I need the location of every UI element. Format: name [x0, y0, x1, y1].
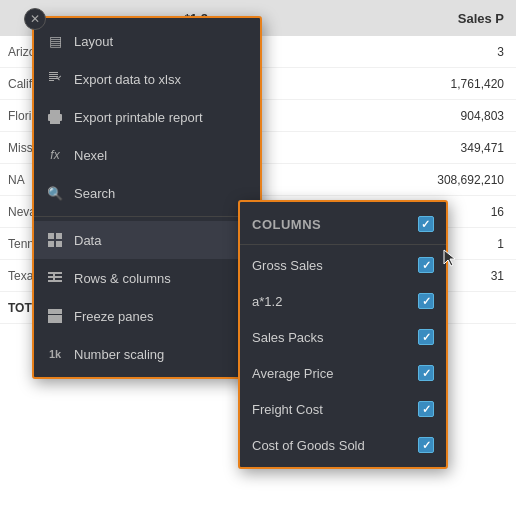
- svg-rect-6: [58, 76, 62, 80]
- menu-item-number[interactable]: 1k Number scaling ▶: [34, 335, 260, 373]
- freight-cost-checkbox[interactable]: [418, 401, 434, 417]
- gross-sales-label: Gross Sales: [252, 258, 410, 273]
- menu-item-export-print[interactable]: Export printable report: [34, 98, 260, 136]
- svg-rect-14: [56, 241, 62, 247]
- cost-goods-checkbox[interactable]: [418, 437, 434, 453]
- menu-item-data[interactable]: Data ▶: [34, 221, 260, 259]
- gross-sales-checkbox[interactable]: [418, 257, 434, 273]
- menu-label-rows-cols: Rows & columns: [74, 271, 230, 286]
- table-col-right: Sales P: [220, 11, 516, 26]
- menu-label-nexel: Nexel: [74, 148, 248, 163]
- svg-rect-18: [53, 272, 55, 282]
- average-price-checkbox[interactable]: [418, 365, 434, 381]
- svg-rect-10: [50, 115, 52, 117]
- data-icon: [46, 231, 64, 249]
- context-menu-secondary: COLUMNS Gross Sales a*1.2 Sales Packs Av…: [238, 200, 448, 469]
- svg-rect-4: [49, 80, 54, 81]
- submenu-item-a12[interactable]: a*1.2: [240, 283, 446, 319]
- submenu-item-average-price[interactable]: Average Price: [240, 355, 446, 391]
- svg-rect-12: [56, 233, 62, 239]
- cost-goods-label: Cost of Goods Sold: [252, 438, 410, 453]
- menu-label-export-xlsx: Export data to xlsx: [74, 72, 248, 87]
- submenu-item-freight-cost[interactable]: Freight Cost: [240, 391, 446, 427]
- menu-label-number: Number scaling: [74, 347, 230, 362]
- a12-label: a*1.2: [252, 294, 410, 309]
- svg-rect-2: [49, 76, 58, 77]
- submenu-item-gross-sales[interactable]: Gross Sales: [240, 247, 446, 283]
- layout-icon: ▤: [46, 32, 64, 50]
- svg-rect-21: [48, 315, 62, 323]
- svg-rect-11: [48, 233, 54, 239]
- close-button[interactable]: ✕: [24, 8, 46, 30]
- menu-label-freeze: Freeze panes: [74, 309, 230, 324]
- menu-label-export-print: Export printable report: [74, 110, 248, 125]
- freight-cost-label: Freight Cost: [252, 402, 410, 417]
- search-icon: 🔍: [46, 184, 64, 202]
- menu-label-layout: Layout: [74, 34, 248, 49]
- svg-rect-20: [48, 309, 62, 313]
- menu-divider: [34, 216, 260, 217]
- svg-rect-9: [50, 119, 60, 124]
- svg-rect-13: [48, 241, 54, 247]
- sub-divider: [240, 244, 446, 245]
- submenu-item-sales-packs[interactable]: Sales Packs: [240, 319, 446, 355]
- sales-packs-label: Sales Packs: [252, 330, 410, 345]
- menu-item-nexel[interactable]: fx Nexel: [34, 136, 260, 174]
- freeze-icon: [46, 307, 64, 325]
- svg-rect-0: [49, 72, 58, 73]
- submenu-item-cost-goods[interactable]: Cost of Goods Sold: [240, 427, 446, 463]
- menu-item-search[interactable]: 🔍 Search: [34, 174, 260, 212]
- svg-rect-3: [49, 78, 58, 79]
- number-icon: 1k: [46, 345, 64, 363]
- nexel-icon: fx: [46, 146, 64, 164]
- menu-item-freeze[interactable]: Freeze panes ▶: [34, 297, 260, 335]
- menu-item-export-xlsx[interactable]: Export data to xlsx: [34, 60, 260, 98]
- columns-header-checkbox[interactable]: [418, 216, 434, 232]
- sales-packs-checkbox[interactable]: [418, 329, 434, 345]
- svg-rect-1: [49, 74, 58, 75]
- submenu-header-columns: COLUMNS: [240, 206, 446, 242]
- context-menu-primary: ✕ ▤ Layout Export data to xlsx Export pr…: [32, 16, 262, 379]
- print-icon: [46, 108, 64, 126]
- svg-rect-19: [48, 313, 62, 314]
- menu-label-data: Data: [74, 233, 230, 248]
- a12-checkbox[interactable]: [418, 293, 434, 309]
- close-icon: ✕: [30, 12, 40, 26]
- export-xlsx-icon: [46, 70, 64, 88]
- columns-header-label: COLUMNS: [252, 217, 410, 232]
- average-price-label: Average Price: [252, 366, 410, 381]
- menu-item-layout[interactable]: ▤ Layout: [34, 22, 260, 60]
- menu-item-rows-cols[interactable]: Rows & columns ▶: [34, 259, 260, 297]
- rows-cols-icon: [46, 269, 64, 287]
- menu-label-search: Search: [74, 186, 248, 201]
